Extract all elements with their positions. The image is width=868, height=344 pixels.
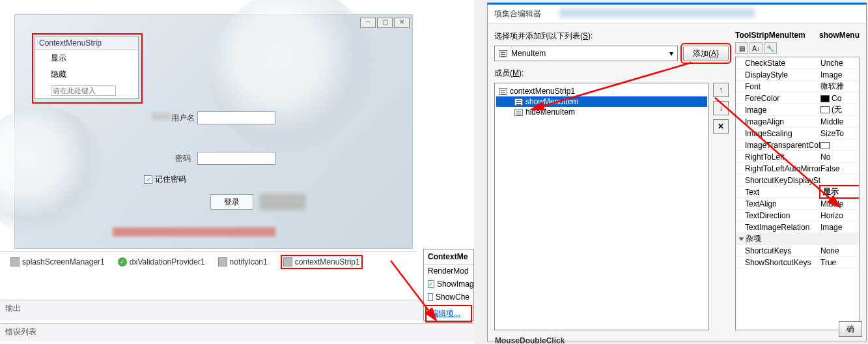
property-value[interactable]: Co	[820, 94, 859, 103]
property-value[interactable]: Image	[820, 223, 859, 232]
checkbox-icon: ✓	[428, 280, 434, 288]
checkbox-icon: ✓	[144, 175, 152, 184]
tree-item-show[interactable]: showMenuItem	[496, 96, 707, 107]
menuitem-icon	[514, 98, 523, 106]
tray-label: notifyIcon1	[230, 257, 268, 266]
menuitem-icon	[514, 109, 523, 116]
property-name: Text	[736, 188, 820, 197]
property-value[interactable]: Middle	[820, 199, 859, 208]
footer-event-label: MouseDoubleClick	[495, 336, 565, 344]
tray-contextmenu[interactable]: contextMenuStrip1	[281, 255, 363, 269]
property-value[interactable]: False	[820, 164, 859, 173]
delete-button[interactable]: ✕	[713, 119, 729, 134]
menuitem-icon	[499, 50, 507, 57]
tree-root[interactable]: contextMenuStrip1	[496, 86, 707, 96]
context-menu-item-show[interactable]: 显示	[35, 50, 138, 66]
property-value[interactable]: 显示	[820, 186, 859, 197]
check-icon: ✓	[118, 257, 127, 266]
property-row[interactable]: TextDirectionHorizo	[736, 210, 859, 222]
property-row[interactable]: ImageScalingSizeTo	[736, 128, 859, 139]
error-list-panel[interactable]: 错误列表	[0, 323, 474, 341]
smarttag-showcheck[interactable]: ShowChe	[424, 291, 473, 304]
component-icon	[218, 257, 227, 266]
password-input[interactable]	[197, 152, 275, 165]
property-pages-button[interactable]: 🔧	[764, 42, 777, 54]
move-down-button[interactable]: ↓	[713, 101, 729, 115]
tray-notify[interactable]: notifyIcon1	[218, 257, 268, 266]
property-name: ImageTransparentColor	[736, 141, 820, 150]
property-name: TextDirection	[736, 211, 820, 220]
form-designer-window[interactable]: ─ ▢ ✕ ContextMenuStrip 显示 隐藏 用户名 密码 ✓ 记住…	[14, 14, 413, 249]
ok-button[interactable]: 确	[839, 321, 862, 337]
maximize-button[interactable]: ▢	[377, 18, 393, 28]
smarttag-edit-items[interactable]: 编辑项...	[425, 305, 472, 322]
password-label: 密码	[175, 154, 191, 163]
context-menu-item-hide[interactable]: 隐藏	[35, 66, 138, 83]
property-row[interactable]: Font微软雅	[736, 81, 859, 93]
property-name: ForeColor	[736, 94, 820, 103]
property-grid[interactable]: CheckStateUncheDisplayStyleImageFont微软雅F…	[735, 57, 860, 330]
smarttag-showimage[interactable]: ✓ShowImag	[424, 278, 473, 291]
property-row[interactable]: ShortcutKeyDisplayStrin	[736, 175, 859, 186]
property-name: Image	[736, 106, 820, 115]
property-row[interactable]: DisplayStyleImage	[736, 69, 859, 81]
tray-splash[interactable]: splashScreenManager1	[10, 257, 105, 266]
add-button[interactable]: 添加(A)	[683, 46, 729, 61]
property-row[interactable]: RightToLeftAutoMirrorIFalse	[736, 163, 859, 175]
property-name: ImageAlign	[736, 117, 820, 126]
smarttag-rendermode[interactable]: RenderMod	[424, 265, 473, 278]
select-add-label: 选择项并添加到以下列表(S):	[494, 31, 593, 40]
remember-checkbox[interactable]: ✓ 记住密码	[144, 174, 186, 185]
component-icon	[10, 257, 20, 266]
property-category[interactable]: 杂项	[736, 233, 859, 245]
property-value[interactable]: No	[820, 152, 859, 162]
type-here-input[interactable]	[51, 85, 116, 96]
items-collection-editor-dialog: 项集合编辑器 选择项并添加到以下列表(S): MenuItem ▾ 添加(A) …	[487, 3, 867, 341]
property-row[interactable]: Image(无	[736, 104, 859, 116]
property-value[interactable]: (无	[820, 104, 859, 115]
tray-validation[interactable]: ✓dxValidationProvider1	[118, 257, 205, 266]
property-row[interactable]: TextImageRelationImage	[736, 222, 859, 233]
property-row[interactable]: ForeColorCo	[736, 93, 859, 104]
context-menu-preview[interactable]: ContextMenuStrip 显示 隐藏	[35, 36, 139, 99]
members-label: 成员(M):	[494, 68, 524, 78]
property-row[interactable]: Text显示	[736, 186, 859, 198]
property-value[interactable]: Horizo	[820, 211, 859, 220]
context-menu-type-here[interactable]	[35, 83, 138, 98]
output-panel[interactable]: 输出	[0, 300, 474, 321]
property-row[interactable]: ImageAlignMiddle	[736, 116, 859, 128]
output-label: 输出	[5, 304, 21, 313]
item-type-combo[interactable]: MenuItem ▾	[494, 46, 678, 61]
property-value[interactable]	[820, 141, 859, 150]
property-value[interactable]: 微软雅	[820, 81, 859, 92]
remember-label: 记住密码	[155, 174, 186, 185]
login-button[interactable]: 登录	[210, 194, 253, 210]
property-value[interactable]: None	[820, 246, 859, 255]
blurred-button[interactable]	[260, 194, 305, 210]
property-name: ImageScaling	[736, 129, 820, 138]
property-value[interactable]: Middle	[820, 117, 859, 126]
blurred-footer	[113, 227, 275, 236]
property-row[interactable]: ImageTransparentColor	[736, 139, 859, 151]
username-input[interactable]	[197, 111, 275, 124]
categorized-button[interactable]: ▤	[735, 42, 748, 54]
dialog-titlebar: 项集合编辑器	[488, 5, 866, 24]
close-button[interactable]: ✕	[394, 18, 410, 28]
property-row[interactable]: ShowShortcutKeysTrue	[736, 257, 859, 268]
move-up-button[interactable]: ↑	[713, 83, 729, 97]
property-value[interactable]: Image	[820, 70, 859, 79]
property-row[interactable]: ShortcutKeysNone	[736, 245, 859, 257]
smart-tag-panel: ContextMe RenderMod ✓ShowImag ShowChe 编辑…	[423, 249, 474, 321]
property-row[interactable]: CheckStateUnche	[736, 57, 859, 69]
property-value[interactable]: SizeTo	[820, 129, 859, 138]
property-row[interactable]: RightToLeftNo	[736, 151, 859, 163]
property-name-label: showMenu	[819, 31, 860, 40]
tray-label: contextMenuStrip1	[295, 257, 360, 266]
tree-item-hide[interactable]: hideMenuItem	[496, 107, 707, 117]
property-value[interactable]: Unche	[820, 59, 859, 68]
property-value[interactable]: True	[820, 258, 859, 267]
property-row[interactable]: TextAlignMiddle	[736, 198, 859, 210]
property-name: RightToLeftAutoMirrorI	[736, 164, 820, 173]
members-tree[interactable]: contextMenuStrip1 showMenuItem hideMenuI…	[494, 83, 709, 330]
alphabetical-button[interactable]: A↓	[749, 42, 763, 54]
